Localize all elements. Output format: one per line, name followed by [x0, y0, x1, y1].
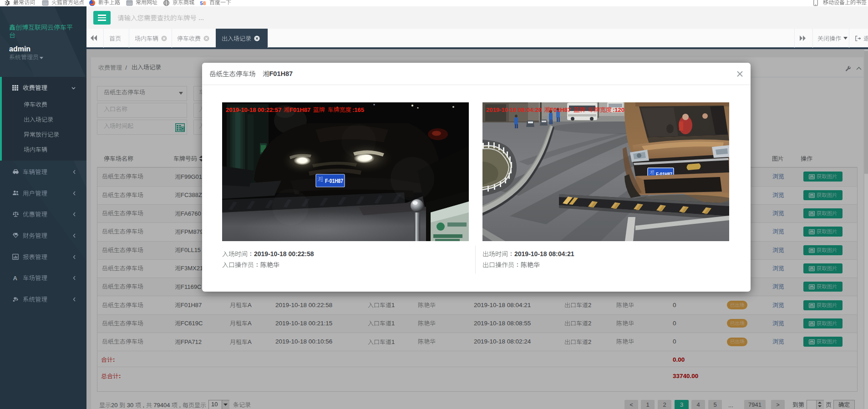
svg-text:2019-10-18 00:22:57: 2019-10-18 00:22:57 [226, 106, 281, 113]
svg-text::120: :120 [613, 106, 624, 113]
svg-text:8: 8 [203, 0, 206, 5]
svg-text:F01H87: F01H87 [550, 106, 571, 113]
svg-text:2019-10-18 08:04:20: 2019-10-18 08:04:20 [486, 106, 542, 113]
svg-text:F01H87: F01H87 [289, 106, 310, 113]
svg-text:F·01H87: F·01H87 [325, 178, 343, 184]
svg-text:5: 5 [200, 0, 203, 5]
svg-text::165: :165 [352, 106, 364, 113]
svg-text:A: A [13, 275, 17, 281]
